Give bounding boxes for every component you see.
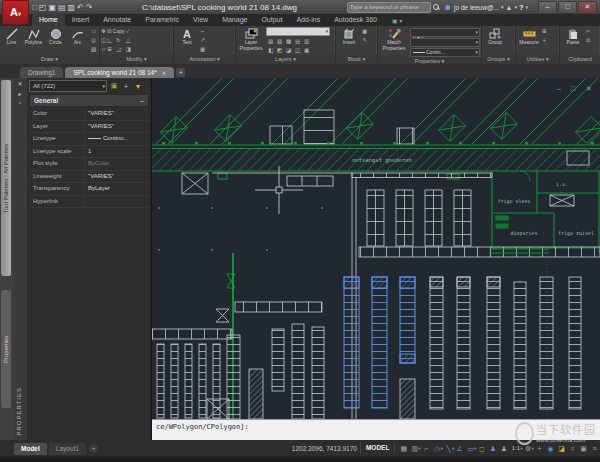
property-row-plot-style[interactable]: Plot style ByColor [29, 158, 149, 171]
infer-constraints-icon[interactable]: ⌐ [421, 442, 432, 455]
layer-isolate-icon[interactable]: ▨ [275, 37, 284, 46]
grid-display-icon[interactable]: ▦ [398, 442, 409, 455]
object-color-dropdown[interactable] [410, 28, 480, 37]
fillet-tool-icon[interactable]: ◺ [107, 36, 112, 45]
properties-palette-titlebar[interactable]: ✕ ▸ ▫ PROPERTIES [13, 78, 28, 440]
clean-screen-icon[interactable]: ⌗ [567, 442, 578, 455]
collapse-section-icon[interactable]: – [140, 97, 144, 104]
trim-tool-icon[interactable]: ◿ [113, 45, 125, 54]
layer-freeze-icon[interactable]: ▩ [284, 37, 293, 46]
layer-prev-icon[interactable]: ◧ [266, 46, 275, 55]
cut-icon[interactable]: ✂ [586, 27, 591, 36]
insert-button[interactable]: Insert [337, 27, 361, 46]
customize-icon[interactable]: + [534, 442, 545, 455]
ellipse-tool-icon[interactable]: ◎ [89, 36, 98, 45]
property-row-transparency[interactable]: Transparency ByLayer [29, 183, 149, 196]
circle-button[interactable]: Circle [45, 27, 66, 46]
file-tab-spl-cooking-world[interactable]: SPL cooking world 21 08 14*✕ [65, 67, 174, 78]
text-button[interactable]: A Text [175, 27, 199, 46]
create-block-icon[interactable]: ▣ [362, 27, 367, 36]
general-section-header[interactable]: General – [29, 94, 149, 107]
save-icon[interactable]: ▣ [48, 1, 56, 14]
app-menu-button[interactable]: A▾ [2, 0, 29, 25]
id-point-icon[interactable]: + [542, 36, 547, 45]
model-tab[interactable]: Model [14, 443, 47, 455]
help-caret-icon[interactable]: ▾ [525, 4, 528, 10]
a360-caret-icon[interactable]: ▾ [514, 4, 517, 10]
tab-view[interactable]: View [186, 14, 215, 26]
layer-properties-button[interactable]: Layer Properties [237, 27, 265, 52]
arc-button[interactable]: Arc [67, 27, 88, 46]
tab-output[interactable]: Output [254, 14, 289, 26]
restore-button[interactable]: □ [558, 1, 577, 14]
command-prompt-text[interactable]: ce/WPolygon/CPolygon]: [152, 420, 600, 431]
copy-clip-icon[interactable]: ⧉ [586, 36, 591, 45]
property-row-hyperlink[interactable]: Hyperlink [29, 196, 149, 209]
property-row-linetype[interactable]: Linetype Continu... [29, 133, 149, 146]
panel-label-clipboard[interactable]: Clipboard [560, 55, 600, 64]
fullscreen-icon[interactable]: ▣ [578, 442, 589, 455]
match-properties-button[interactable]: Match Properties [379, 27, 409, 52]
hatch-tool-icon[interactable]: ▨ [89, 45, 98, 54]
polyline-button[interactable]: Polyline [23, 27, 44, 46]
layer-thaw-icon[interactable]: ◪ [284, 46, 293, 55]
array-tool-icon[interactable]: ⊞ [107, 45, 112, 54]
model-space-button[interactable]: MODEL [360, 442, 395, 454]
user-menu-caret-icon[interactable]: ▾ [501, 4, 504, 10]
copy-tool-icon[interactable]: ⧉ [107, 27, 112, 36]
open-file-icon[interactable]: ◰ [39, 1, 47, 14]
panel-label-layers[interactable]: Layers ▾ [236, 55, 335, 64]
panel-label-annotation[interactable]: Annotation ▾ [174, 55, 235, 64]
file-tab-drawing1[interactable]: Drawing1 [20, 67, 63, 78]
tab-parametric[interactable]: Parametric [138, 14, 186, 26]
rotate-tool-icon[interactable]: ↻ [113, 36, 125, 45]
osnap-tracking-icon[interactable]: ∠ [454, 442, 465, 455]
layer-select-dropdown[interactable] [266, 27, 330, 36]
palette-properties-icon[interactable]: ▫ [19, 100, 21, 106]
command-line[interactable]: ce/WPolygon/CPolygon]: [152, 419, 600, 440]
graphics-performance-icon[interactable]: ◉ [545, 442, 556, 455]
palette-autohide-icon[interactable]: ▸ [18, 90, 21, 97]
property-row-lineweight[interactable]: Lineweight "VARIES" [29, 171, 149, 184]
leader-tool-icon[interactable]: ↗ [200, 36, 205, 45]
plot-icon[interactable]: ▥ [68, 1, 76, 14]
autodesk360-icon[interactable]: ▲ [505, 4, 512, 11]
paste-button[interactable]: Paste [561, 27, 585, 46]
layer-lock-icon[interactable]: ▤ [293, 37, 302, 46]
panel-label-groups[interactable]: Groups ▾ [482, 55, 515, 64]
stretch-tool-icon[interactable]: ▱ [101, 45, 106, 54]
panel-label-properties[interactable]: Properties ▾ [378, 57, 481, 64]
layer-walk-icon[interactable]: ▣ [302, 46, 311, 55]
new-layout-button[interactable]: + [89, 444, 98, 453]
layer-on-icon[interactable]: ◩ [275, 46, 284, 55]
search-icon[interactable] [433, 4, 440, 11]
tab-manage[interactable]: Manage [215, 14, 254, 26]
tab-annotate[interactable]: Annotate [96, 14, 138, 26]
property-row-linetype-scale[interactable]: Linetype scale 1 [29, 146, 149, 159]
selection-filter-dropdown[interactable]: All (722) [29, 80, 107, 92]
close-button[interactable]: ✕ [578, 1, 597, 14]
panel-label-draw[interactable]: Draw ▾ [0, 55, 99, 64]
measure-button[interactable]: Measure [517, 27, 541, 46]
ribbon-collapse-icon[interactable]: ▣ ▾ [392, 16, 402, 26]
line-button[interactable]: Line [1, 27, 22, 46]
scale-tool-icon[interactable]: △ [126, 36, 131, 45]
redo-icon[interactable]: ↷ [86, 1, 93, 14]
sign-in-area[interactable]: ☻ jo de leeuw@... ▾ ▲ ▾ ? ▾ [444, 3, 528, 12]
annotation-autoscale-icon[interactable]: ♟ [498, 442, 509, 455]
tab-home[interactable]: Home [32, 14, 65, 26]
save-as-icon[interactable]: ▤ [58, 1, 66, 14]
undo-icon[interactable]: ↶ [77, 1, 84, 14]
group-button[interactable]: Group [483, 27, 507, 46]
layer-unlock-icon[interactable]: ◫ [293, 46, 302, 55]
copy-label[interactable]: Copy [113, 27, 125, 36]
layout1-tab[interactable]: Layout1 [49, 443, 86, 455]
dimension-tool-icon[interactable]: ⌐ [200, 27, 205, 36]
table-tool-icon[interactable]: ▦ [200, 45, 205, 54]
help-icon[interactable]: ? [519, 3, 524, 12]
search-input[interactable] [347, 2, 431, 13]
new-file-icon[interactable]: □ [32, 1, 37, 14]
offset-tool-icon[interactable]: ◨ [126, 45, 131, 54]
new-drawing-tab-button[interactable]: + [176, 68, 185, 77]
3d-osnap-icon[interactable]: ◻ [476, 442, 487, 455]
